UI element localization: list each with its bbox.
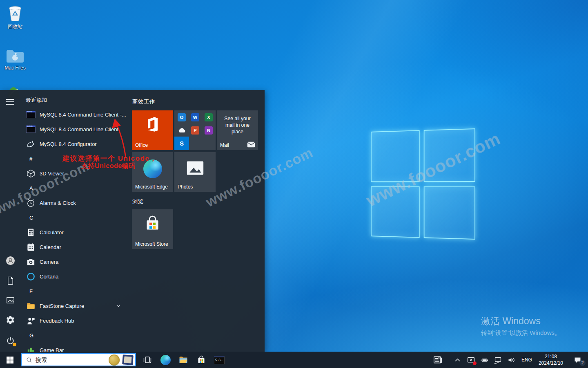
tile-group-header-explore[interactable]: 浏览 bbox=[132, 198, 144, 205]
cast-status-button[interactable] bbox=[466, 352, 476, 368]
camera-icon bbox=[26, 257, 36, 267]
start-menu: 最近添加 MySQLMySQL 8.4 Command Line Client … bbox=[0, 90, 265, 352]
action-center-button[interactable]: 2 bbox=[570, 352, 585, 368]
excel-icon: X bbox=[205, 113, 213, 121]
mysql-dolphin-icon bbox=[26, 139, 36, 149]
activation-subtitle: 转到“设置”以激活 Windows。 bbox=[481, 329, 561, 337]
app-section-header-f[interactable]: F bbox=[20, 284, 127, 298]
news-icon bbox=[432, 355, 443, 365]
edge-logo-icon bbox=[160, 355, 171, 365]
app-item-camera[interactable]: Camera bbox=[20, 254, 127, 269]
app-item-alarms-clock[interactable]: Alarms & Clock bbox=[20, 195, 127, 210]
desktop-icon-mac-files[interactable]: Mac Files bbox=[2, 45, 29, 71]
power-button[interactable] bbox=[5, 335, 16, 346]
tile-office[interactable]: Office bbox=[132, 110, 173, 150]
tile-mail[interactable]: See all your mail in one place Mail bbox=[217, 110, 258, 150]
taskbar-file-explorer-button[interactable] bbox=[174, 352, 192, 368]
app-section-header-g[interactable]: G bbox=[20, 328, 127, 343]
mysql-console-icon: MySQL bbox=[26, 110, 36, 120]
store-bag-icon bbox=[196, 355, 206, 365]
app-list: MySQLMySQL 8.4 Command Line Client -...M… bbox=[20, 107, 127, 357]
task-view-icon bbox=[143, 355, 152, 365]
app-item-3d-viewer[interactable]: 3D Viewer bbox=[20, 166, 127, 181]
app-item-mysql-8-4-command-line-client[interactable]: MySQLMySQL 8.4 Command Line Client -... bbox=[20, 107, 127, 122]
app-item-label: Alarms & Clock bbox=[40, 200, 76, 206]
power-update-badge bbox=[13, 343, 16, 346]
gear-icon bbox=[6, 315, 15, 326]
app-item-feedback-hub[interactable]: Feedback Hub bbox=[20, 313, 127, 328]
app-item-mysql-8-4-command-line-client[interactable]: MySQLMySQL 8.4 Command Line Client bbox=[20, 122, 127, 137]
app-item-cortana[interactable]: Cortana bbox=[20, 269, 127, 284]
app-item-calendar[interactable]: Calendar bbox=[20, 240, 127, 254]
taskbar-store-button[interactable] bbox=[192, 352, 210, 368]
tile-photos[interactable]: Photos bbox=[174, 152, 216, 192]
documents-button[interactable] bbox=[5, 276, 16, 287]
file-explorer-icon bbox=[178, 355, 188, 365]
search-icon bbox=[26, 357, 33, 364]
photos-icon bbox=[186, 160, 204, 176]
show-hidden-icons-button[interactable] bbox=[453, 352, 463, 368]
chevron-down-icon[interactable] bbox=[115, 303, 122, 309]
document-icon bbox=[6, 276, 15, 287]
settings-button[interactable] bbox=[5, 315, 16, 326]
outlook-icon: O bbox=[178, 113, 186, 121]
onedrive-icon bbox=[178, 126, 186, 135]
search-highlight-medal-icon[interactable] bbox=[109, 355, 120, 366]
windows-logo-icon bbox=[7, 357, 13, 364]
pictures-button[interactable] bbox=[5, 296, 16, 306]
volume-button[interactable] bbox=[507, 352, 517, 368]
news-and-interests-button[interactable] bbox=[431, 352, 444, 368]
logo-pane bbox=[371, 186, 419, 238]
hamburger-icon bbox=[6, 99, 14, 105]
taskbar: C:\_ ENG 21:08 2024/12/10 2 bbox=[0, 352, 588, 368]
tray-time: 21:08 bbox=[539, 353, 563, 360]
app-item-label: Calendar bbox=[40, 244, 61, 250]
taskbar-edge-button[interactable] bbox=[156, 352, 174, 368]
desktop-icon-recycle-bin[interactable]: 回收站 bbox=[2, 3, 29, 30]
section-letter: A bbox=[29, 185, 33, 191]
app-section-header-a[interactable]: A bbox=[20, 181, 127, 195]
feedback-icon bbox=[26, 316, 36, 326]
section-letter: G bbox=[29, 332, 33, 339]
tile-label: Mail bbox=[220, 142, 229, 148]
power-icon bbox=[6, 336, 15, 346]
activation-title: 激活 Windows bbox=[481, 315, 561, 328]
language-indicator[interactable]: ENG bbox=[520, 357, 533, 363]
store-bag-icon bbox=[143, 214, 162, 233]
notification-count-badge: 2 bbox=[579, 360, 586, 366]
section-letter: # bbox=[29, 156, 32, 162]
tile-office-apps-folder[interactable]: OWXPN S bbox=[174, 110, 216, 150]
alert-badge bbox=[473, 361, 477, 365]
tile-microsoft-store[interactable]: Microsoft Store bbox=[132, 209, 173, 249]
tile-label: Photos bbox=[178, 184, 193, 190]
tile-microsoft-edge[interactable]: Microsoft Edge bbox=[132, 152, 173, 192]
search-highlight-medal-box-icon[interactable] bbox=[122, 355, 134, 365]
volume-icon bbox=[507, 356, 516, 364]
app-section-header-c[interactable]: C bbox=[20, 210, 127, 225]
battery-status-button[interactable] bbox=[480, 352, 490, 368]
edge-logo-icon bbox=[143, 159, 162, 178]
search-input[interactable] bbox=[36, 357, 106, 363]
expand-menu-button[interactable] bbox=[5, 96, 16, 107]
app-item-label: Feedback Hub bbox=[40, 318, 74, 324]
app-item-faststone-capture[interactable]: FastStone Capture bbox=[20, 298, 127, 313]
tile-skype[interactable]: S bbox=[174, 137, 189, 150]
network-status-button[interactable] bbox=[493, 352, 503, 368]
task-view-button[interactable] bbox=[138, 352, 156, 368]
clock-and-date[interactable]: 21:08 2024/12/10 bbox=[537, 353, 565, 366]
app-item-mysql-8-4-configurator[interactable]: MySQL 8.4 Configurator bbox=[20, 137, 127, 151]
app-item-calculator[interactable]: Calculator bbox=[20, 225, 127, 240]
taskbar-console-button[interactable]: C:\_ bbox=[210, 352, 228, 368]
user-account-button[interactable] bbox=[5, 256, 16, 267]
tile-group-header-productivity[interactable]: 高效工作 bbox=[132, 98, 155, 105]
app-section-header-[interactable]: # bbox=[20, 151, 127, 166]
word-icon: W bbox=[191, 113, 199, 121]
start-button[interactable] bbox=[0, 352, 20, 368]
start-menu-tiles: 高效工作 Office OWXPN S See all your mail in… bbox=[127, 90, 265, 352]
mysql-console-icon: MySQL bbox=[26, 124, 36, 135]
section-letter: F bbox=[29, 288, 33, 294]
app-item-label: MySQL 8.4 Command Line Client -... bbox=[40, 112, 126, 118]
tray-date: 2024/12/10 bbox=[539, 360, 563, 366]
onenote-icon: N bbox=[205, 126, 213, 135]
taskbar-search-box[interactable] bbox=[21, 353, 136, 366]
